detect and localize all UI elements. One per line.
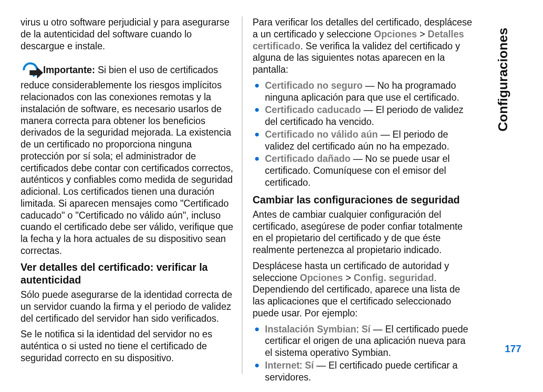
list-item: Internet: Sí — El certificado puede cert… — [253, 360, 472, 383]
list-item: Certificado no seguro — No ha programado… — [253, 80, 472, 104]
right-column: Para verificar los detalles del certific… — [242, 16, 472, 374]
app-value: Sí — [361, 324, 370, 334]
menu-separator: > — [343, 272, 354, 283]
important-arrow-icon — [21, 62, 43, 79]
menu-option: Opciones — [300, 272, 343, 283]
left-column: virus u otro software perjudicial y para… — [21, 16, 242, 374]
paragraph: Antes de cambiar cualquier configuración… — [253, 209, 472, 256]
important-label: Importante: — [43, 65, 95, 75]
status-term: Certificado no seguro — [265, 80, 363, 91]
status-term: Certificado no válido aún — [265, 129, 378, 140]
paragraph: virus u otro software perjudicial y para… — [21, 16, 234, 52]
section-tab-title: Configuraciones — [495, 8, 531, 131]
list-item: Instalación Symbian: Sí — El certificado… — [253, 323, 472, 359]
paragraph: Se le notifica si la identidad del servi… — [21, 328, 234, 364]
content-columns: virus u otro software perjudicial y para… — [21, 16, 481, 374]
app-term: Internet — [265, 360, 299, 371]
app-value: Sí — [305, 360, 314, 371]
menu-separator: > — [417, 29, 428, 39]
list-item: Certificado no válido aún — El periodo d… — [253, 129, 472, 152]
important-text: Si bien el uso de certificados reduce co… — [21, 65, 233, 256]
paragraph: Sólo puede asegurarse de la identidad co… — [21, 289, 234, 324]
paragraph: Desplácese hasta un certificado de autor… — [253, 260, 472, 319]
example-list: Instalación Symbian: Sí — El certificado… — [253, 323, 472, 383]
status-list: Certificado no seguro — No ha programado… — [253, 80, 472, 189]
list-item: Certificado caducado — El periodo de val… — [253, 104, 472, 128]
menu-option: Config. seguridad — [354, 272, 434, 283]
app-term: Instalación Symbian — [265, 324, 356, 334]
important-note: Importante: Si bien el uso de certificad… — [21, 62, 234, 256]
page-number: 177 — [495, 343, 531, 355]
status-term: Certificado dañado — [265, 153, 350, 164]
list-item: Certificado dañado — No se puede usar el… — [253, 153, 472, 188]
subheading: Cambiar las configuraciones de seguridad — [253, 194, 472, 206]
subheading: Ver detalles del certificado: verificar … — [21, 261, 234, 287]
paragraph: Para verificar los detalles del certific… — [253, 16, 472, 76]
status-term: Certificado caducado — [265, 104, 361, 115]
menu-option: Opciones — [374, 29, 417, 39]
page: virus u otro software perjudicial y para… — [0, 0, 543, 392]
